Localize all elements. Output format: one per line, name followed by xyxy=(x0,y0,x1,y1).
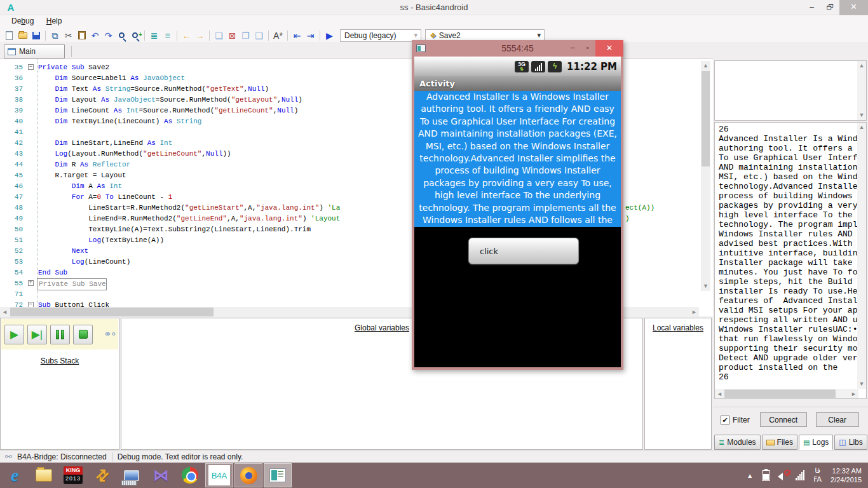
code-line: 44 Dim R As Reflector xyxy=(0,159,340,170)
transfer-tool-icon[interactable]: ⇄ xyxy=(88,463,116,487)
scroll-left-icon[interactable]: ◄ xyxy=(715,389,724,398)
connect-button[interactable]: Connect xyxy=(760,412,807,427)
emulator-close-button[interactable]: ✕ xyxy=(595,40,623,57)
log-line: 26 xyxy=(719,125,855,134)
copy-icon[interactable]: ⧉ xyxy=(48,29,62,42)
pause-button[interactable] xyxy=(50,325,70,344)
kmplayer-icon[interactable]: ⋈ xyxy=(147,463,175,487)
scroll-down-icon[interactable]: ▼ xyxy=(857,111,866,120)
language-indicator[interactable]: فا FA xyxy=(813,466,822,484)
scroll-right-icon[interactable]: ► xyxy=(689,307,699,317)
debug-mode-text: Debug mode. Text editor is read only. xyxy=(118,452,243,461)
label-text-line: high level interface To the underlying xyxy=(414,189,621,201)
clear-button[interactable]: Clear xyxy=(816,412,859,427)
tab-modules[interactable]: ≣Modules xyxy=(714,435,761,450)
status-bar: ⚯ B4A-Bridge: Disconnected Debug mode. T… xyxy=(0,450,868,463)
tray-network-icon[interactable] xyxy=(796,470,804,480)
local-variables-label[interactable]: Local variables xyxy=(645,323,711,332)
outdent-icon[interactable]: ⇤ xyxy=(290,29,304,42)
menu-debug[interactable]: Debug xyxy=(6,15,39,27)
logs-output[interactable]: 26Advanced Installer Is a Windoauthoring… xyxy=(714,122,867,399)
minimize-button[interactable]: – xyxy=(803,0,821,15)
debug-mode-dropdown[interactable]: Debug (legacy) ▾ xyxy=(340,29,421,42)
subs-stack-label[interactable]: Subs Stack xyxy=(1,356,119,365)
uncomment-icon[interactable]: ❑ xyxy=(252,29,266,42)
close-designer-icon[interactable]: ⊠ xyxy=(226,29,239,42)
fold-toggle-icon[interactable]: + xyxy=(28,280,34,286)
logs-controls: ✔ Filter Connect Clear xyxy=(713,407,868,432)
resume-button[interactable]: ▶ xyxy=(4,325,24,344)
menu-help[interactable]: Help xyxy=(41,15,67,27)
chrome-icon[interactable] xyxy=(176,463,204,487)
scroll-down-icon[interactable]: ▼ xyxy=(857,379,866,389)
scroll-up-icon[interactable]: ▲ xyxy=(857,61,866,71)
tab-label: Files xyxy=(777,438,793,447)
restore-button[interactable]: 🗗 xyxy=(821,0,839,15)
line-numbers-icon[interactable]: ≡ xyxy=(161,29,174,42)
undo-icon[interactable]: ↶ xyxy=(88,29,102,42)
label-text-line: technology. The program implements all t… xyxy=(414,202,621,214)
code-text: R.Target = Layout xyxy=(37,170,126,181)
file-explorer-icon[interactable] xyxy=(30,463,58,487)
emulator-minimize-button[interactable]: – xyxy=(565,40,580,57)
tray-volume-muted-icon[interactable] xyxy=(778,470,788,480)
code-comment-fragment: ) xyxy=(625,214,630,224)
code-text: Private Sub Save xyxy=(37,278,107,290)
scroll-left-icon[interactable]: ◄ xyxy=(0,307,10,317)
editor-vertical-scrollbar[interactable]: ▲ ▼ xyxy=(701,61,710,291)
back-icon[interactable]: ← xyxy=(180,29,193,42)
align-lines-icon[interactable]: ≣ xyxy=(147,29,161,42)
tab-logs[interactable]: ▤Logs xyxy=(799,435,833,450)
step-over-button[interactable]: ▶| xyxy=(27,325,47,344)
emulator-maximize-button[interactable]: ▫ xyxy=(580,40,595,57)
firefox-icon[interactable] xyxy=(234,463,262,487)
watch-scrollbar[interactable]: ▲ ▼ xyxy=(857,61,866,120)
bridge-link-icon[interactable]: ⚭⚬ xyxy=(104,329,116,340)
find-next-icon[interactable] xyxy=(128,29,142,42)
b4a-icon[interactable]: B4A xyxy=(205,463,233,487)
save-icon[interactable] xyxy=(29,29,43,42)
tab-files[interactable]: Files xyxy=(762,435,797,450)
fold-margin xyxy=(27,170,37,181)
scroll-up-icon[interactable]: ▲ xyxy=(701,61,710,71)
cut-icon[interactable]: ✂ xyxy=(62,29,75,42)
tab-main[interactable]: Main xyxy=(4,44,65,58)
code-text xyxy=(37,127,38,138)
click-button[interactable]: click xyxy=(468,238,579,264)
run-icon[interactable]: ▶ xyxy=(323,29,336,42)
scroll-right-icon[interactable]: ► xyxy=(849,389,858,398)
paste-icon[interactable] xyxy=(75,29,88,42)
show-hidden-icons[interactable]: ▲ xyxy=(747,472,753,479)
tray-battery-icon[interactable] xyxy=(762,470,770,481)
scroll-down-icon[interactable]: ▼ xyxy=(701,281,710,291)
fold-toggle-icon[interactable]: − xyxy=(28,64,34,70)
kmplayer-glyph: ⋈ xyxy=(153,466,168,484)
internet-explorer-icon[interactable]: e xyxy=(1,463,29,487)
autocomplete-icon[interactable]: A* xyxy=(271,29,285,42)
tab-label: Modules xyxy=(727,438,756,447)
tab-libs[interactable]: ◫Libs xyxy=(834,435,867,450)
indent-icon[interactable]: ⇥ xyxy=(304,29,317,42)
close-button[interactable]: ✕ xyxy=(839,0,868,15)
remote-desktop-icon[interactable] xyxy=(118,463,146,487)
logs-horizontal-scrollbar[interactable]: ◄ ► xyxy=(715,389,858,398)
emulator-title-bar[interactable]: 5554:45 – ▫ ✕ xyxy=(412,40,623,57)
log-line: technology. The program imple xyxy=(719,220,855,229)
watch-box[interactable]: ▲ ▼ xyxy=(714,60,867,121)
new-file-icon[interactable] xyxy=(3,29,16,42)
comment-icon[interactable]: ❐ xyxy=(239,29,252,42)
open-file-icon[interactable] xyxy=(16,29,29,42)
emulator-task-icon[interactable] xyxy=(264,463,292,487)
redo-icon[interactable]: ↷ xyxy=(102,29,115,42)
forward-icon[interactable]: → xyxy=(193,29,207,42)
find-icon[interactable] xyxy=(115,29,128,42)
king-2013-icon[interactable]: KING2013 xyxy=(59,463,87,487)
line-number: 36 xyxy=(0,73,27,84)
logs-vertical-scrollbar[interactable]: ▲ ▼ xyxy=(857,123,866,389)
designer-icon[interactable]: ❏ xyxy=(212,29,226,42)
stop-button[interactable] xyxy=(73,325,93,344)
filter-checkbox[interactable]: ✔ xyxy=(721,416,729,424)
clock[interactable]: 12:32 AM 2/24/2015 xyxy=(831,466,862,484)
log-line: valid MSI setups For your app xyxy=(719,306,855,315)
scroll-up-icon[interactable]: ▲ xyxy=(857,123,866,132)
